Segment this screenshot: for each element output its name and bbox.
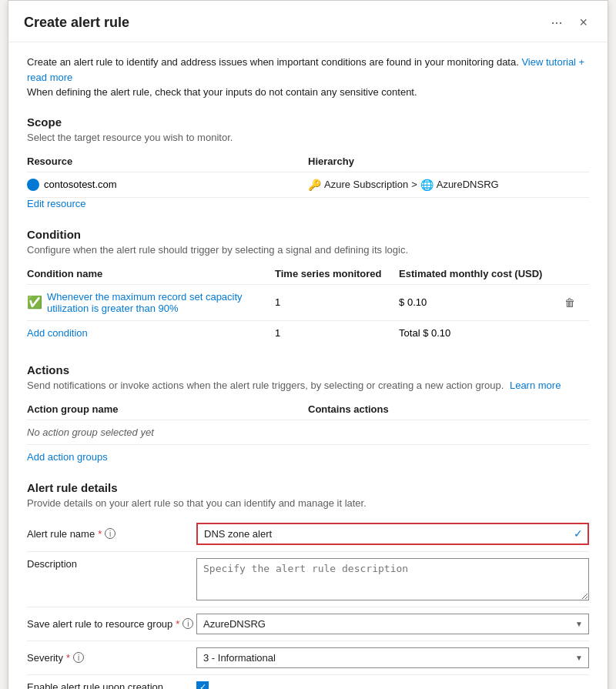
condition-col2: Time series monitored bbox=[275, 268, 399, 279]
severity-required: * bbox=[66, 652, 70, 664]
actions-col1: Action group name bbox=[27, 403, 308, 415]
alert-name-row: Alert rule name * i ✓ bbox=[27, 517, 589, 552]
total-cost: Total $ 0.10 bbox=[399, 327, 564, 339]
scope-description: Select the target resource you wish to m… bbox=[27, 132, 589, 143]
subscription-icon: 🔑 bbox=[308, 179, 321, 191]
severity-select-wrapper: 0 - Critical 1 - Error 2 - Warning 3 - I… bbox=[196, 647, 589, 668]
description-label: Description bbox=[27, 558, 196, 570]
rg-info-icon[interactable]: i bbox=[182, 618, 193, 629]
condition-name-cell: ✅ Whenever the maximum record set capaci… bbox=[27, 291, 275, 314]
intro-section: Create an alert rule to identify and add… bbox=[27, 55, 589, 100]
severity-select[interactable]: 0 - Critical 1 - Error 2 - Warning 3 - I… bbox=[196, 647, 589, 668]
hierarchy-text2: AzureDNSRG bbox=[437, 179, 499, 190]
actions-section: Actions Send notifications or invoke act… bbox=[27, 363, 589, 463]
condition-link[interactable]: Whenever the maximum record set capacity… bbox=[47, 291, 275, 314]
severity-label: Severity * i bbox=[27, 652, 196, 664]
check-circle-icon: ✅ bbox=[27, 295, 42, 309]
learn-more-link[interactable]: Learn more bbox=[510, 380, 561, 391]
alert-name-label: Alert rule name * i bbox=[27, 528, 196, 540]
condition-col1: Condition name bbox=[27, 268, 275, 279]
name-info-icon[interactable]: i bbox=[105, 528, 116, 539]
hierarchy-cell: 🔑 Azure Subscription > 🌐 AzureDNSRG bbox=[308, 179, 589, 191]
resource-group-select[interactable]: AzureDNSRG bbox=[196, 614, 589, 634]
intro-text1: Create an alert rule to identify and add… bbox=[27, 56, 519, 68]
enable-checkbox[interactable] bbox=[196, 681, 209, 690]
resource-group-row: Save alert rule to resource group * i Az… bbox=[27, 607, 589, 641]
delete-condition-icon[interactable]: 🗑 bbox=[564, 296, 589, 309]
enable-label: Enable alert rule upon creation bbox=[27, 681, 196, 689]
close-button[interactable]: × bbox=[574, 13, 592, 32]
resource-cell: contosotest.com bbox=[27, 179, 308, 191]
details-section: Alert rule details Provide details on yo… bbox=[27, 481, 589, 690]
scope-table-header: Resource Hierarchy bbox=[27, 151, 589, 172]
add-condition-link[interactable]: Add condition bbox=[27, 327, 275, 339]
total-time-series: 1 bbox=[275, 327, 399, 339]
condition-table-header: Condition name Time series monitored Est… bbox=[27, 263, 589, 285]
condition-row: ✅ Whenever the maximum record set capaci… bbox=[27, 285, 589, 321]
dialog-header: Create alert rule ··· × bbox=[8, 1, 608, 42]
details-description: Provide details on your alert rule so th… bbox=[27, 497, 589, 509]
enable-row: Enable alert rule upon creation bbox=[27, 675, 589, 690]
resource-group-select-wrapper: AzureDNSRG ▼ bbox=[196, 614, 589, 634]
scope-col2: Hierarchy bbox=[308, 156, 589, 167]
actions-table-header: Action group name Contains actions bbox=[27, 399, 589, 420]
no-action-text: No action group selected yet bbox=[27, 426, 154, 438]
resource-icon bbox=[27, 179, 39, 191]
create-alert-rule-dialog: Create alert rule ··· × Create an alert … bbox=[8, 0, 608, 689]
name-required: * bbox=[98, 528, 102, 540]
actions-table: Action group name Contains actions No ac… bbox=[27, 399, 589, 445]
condition-table: Condition name Time series monitored Est… bbox=[27, 263, 589, 345]
ellipsis-button[interactable]: ··· bbox=[546, 13, 567, 32]
resource-group-label: Save alert rule to resource group * i bbox=[27, 618, 196, 630]
header-actions: ··· × bbox=[546, 13, 592, 32]
condition-section: Condition Configure when the alert rule … bbox=[27, 228, 589, 345]
scope-row: contosotest.com 🔑 Azure Subscription > 🌐… bbox=[27, 172, 589, 198]
intro-text2: When defining the alert rule, check that… bbox=[27, 86, 417, 98]
enable-checkbox-cell bbox=[196, 681, 589, 690]
scope-title: Scope bbox=[27, 115, 589, 129]
description-textarea[interactable] bbox=[196, 558, 589, 600]
hierarchy-text1: Azure Subscription bbox=[324, 179, 408, 190]
scope-section: Scope Select the target resource you wis… bbox=[27, 115, 589, 209]
condition-description: Configure when the alert rule should tri… bbox=[27, 244, 589, 256]
actions-col2: Contains actions bbox=[308, 403, 589, 415]
cost-value: $ 0.10 bbox=[399, 296, 564, 308]
resource-group-icon: 🌐 bbox=[420, 179, 434, 191]
actions-description: Send notifications or invoke actions whe… bbox=[27, 380, 589, 391]
condition-col4 bbox=[564, 268, 589, 279]
details-title: Alert rule details bbox=[27, 481, 589, 494]
rg-required: * bbox=[176, 618, 179, 630]
scope-col1: Resource bbox=[27, 156, 308, 167]
condition-title: Condition bbox=[27, 228, 589, 241]
condition-col3: Estimated monthly cost (USD) bbox=[399, 268, 564, 279]
resource-name: contosotest.com bbox=[44, 179, 117, 190]
total-row: Add condition 1 Total $ 0.10 bbox=[27, 321, 589, 345]
edit-resource-link[interactable]: Edit resource bbox=[27, 198, 86, 209]
input-check-icon: ✓ bbox=[574, 527, 583, 540]
dialog-body: Create an alert rule to identify and add… bbox=[8, 42, 608, 689]
severity-row: Severity * i 0 - Critical 1 - Error 2 - … bbox=[27, 641, 589, 675]
add-action-groups-link[interactable]: Add action groups bbox=[27, 451, 589, 463]
actions-title: Actions bbox=[27, 363, 589, 376]
description-row: Description bbox=[27, 552, 589, 607]
dialog-title: Create alert rule bbox=[24, 15, 129, 31]
hierarchy-arrow: > bbox=[411, 179, 417, 190]
scope-table: Resource Hierarchy contosotest.com 🔑 Azu… bbox=[27, 151, 589, 198]
alert-name-input[interactable] bbox=[196, 523, 589, 545]
no-action-row: No action group selected yet bbox=[27, 420, 589, 445]
alert-name-input-wrapper: ✓ bbox=[196, 523, 589, 545]
time-series-value: 1 bbox=[275, 296, 399, 308]
severity-info-icon[interactable]: i bbox=[73, 652, 84, 663]
